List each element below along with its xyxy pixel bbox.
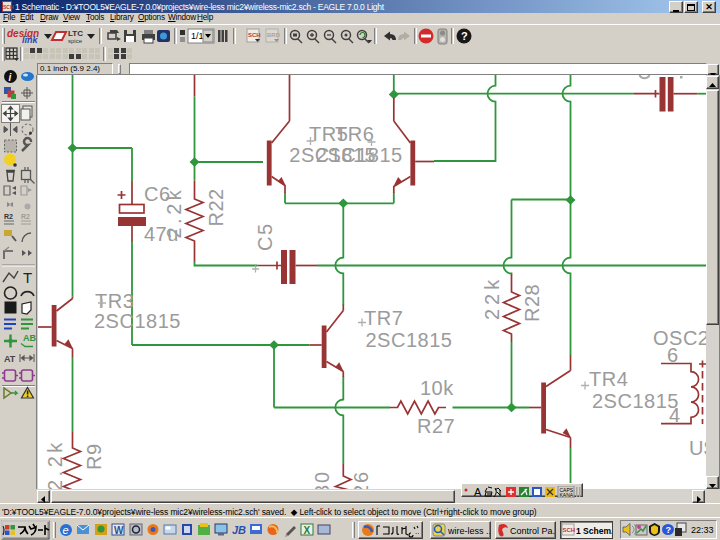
svg-text:R2: R2 (21, 213, 30, 220)
svg-text:JB: JB (232, 524, 246, 536)
svg-text:26: 26 (350, 470, 372, 489)
svg-text:OSC2: OSC2 (653, 327, 706, 349)
svg-text:10k: 10k (420, 377, 454, 399)
svg-text:i: i (9, 72, 12, 83)
svg-text:22:33: 22:33 (691, 525, 714, 535)
svg-text:1 Schem...: 1 Schem... (576, 526, 612, 536)
svg-text:KANA: KANA (560, 492, 574, 498)
svg-text:R22: R22 (205, 188, 227, 226)
svg-text:SCH: SCH (563, 527, 576, 533)
svg-text:C5: C5 (254, 222, 276, 251)
svg-text:wire-less ...: wire-less ... (447, 526, 490, 536)
svg-text:X: X (304, 525, 311, 536)
svg-text:2SC1815: 2SC1815 (592, 390, 679, 412)
svg-text:6: 6 (667, 344, 679, 366)
svg-text:30: 30 (311, 470, 333, 489)
svg-text:?: ? (461, 30, 468, 42)
svg-text:e: e (63, 524, 69, 536)
svg-text:U$: U$ (689, 437, 706, 459)
svg-text:AT: AT (4, 354, 16, 364)
svg-text:2SC1815: 2SC1815 (366, 329, 453, 351)
svg-text:..: .. (415, 527, 419, 536)
svg-text:R27: R27 (417, 415, 455, 437)
svg-text:2SC1815: 2SC1815 (316, 144, 403, 166)
svg-text:R9: R9 (83, 443, 105, 470)
svg-text:2.2k: 2.2k (44, 439, 66, 489)
svg-text:A: A (474, 486, 482, 498)
svg-text:W: W (114, 525, 124, 536)
svg-text:TR7: TR7 (364, 307, 403, 329)
svg-text:AB: AB (23, 333, 36, 343)
svg-text:22k: 22k (481, 276, 503, 320)
svg-text:2.2k: 2.2k (163, 187, 185, 239)
svg-text:?: ? (666, 525, 672, 535)
svg-text:2SC1815: 2SC1815 (94, 310, 181, 332)
svg-text:TR4: TR4 (589, 368, 628, 390)
svg-text:R28: R28 (521, 284, 543, 322)
svg-text:Control Pa...: Control Pa... (510, 526, 555, 536)
svg-text:T: T (23, 269, 32, 286)
svg-text:R2: R2 (4, 213, 13, 220)
svg-text:TR6: TR6 (335, 123, 374, 145)
svg-text:4: 4 (669, 404, 681, 426)
